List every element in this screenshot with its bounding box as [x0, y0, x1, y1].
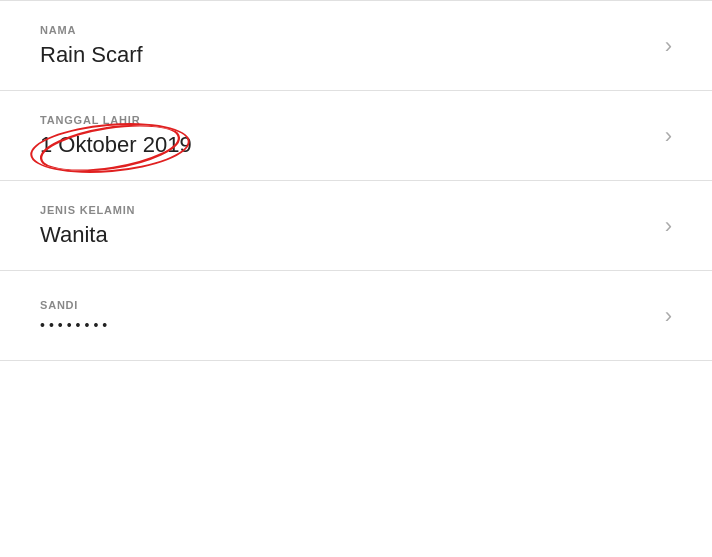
sandi-label: SANDI [40, 299, 111, 311]
nama-item[interactable]: NAMA Rain Scarf › [0, 1, 712, 91]
jenis-kelamin-value: Wanita [40, 222, 135, 248]
tanggal-lahir-label: TANGGAL LAHIR [40, 114, 192, 126]
tanggal-lahir-content: TANGGAL LAHIR 1 Oktober 2019 [40, 114, 192, 158]
nama-chevron: › [665, 33, 672, 59]
jenis-kelamin-label: JENIS KELAMIN [40, 204, 135, 216]
nama-label: NAMA [40, 24, 143, 36]
sandi-chevron: › [665, 303, 672, 329]
sandi-value: •••••••• [40, 317, 111, 333]
nama-value: Rain Scarf [40, 42, 143, 68]
sandi-item[interactable]: SANDI •••••••• › [0, 271, 712, 361]
tanggal-lahir-value: 1 Oktober 2019 [40, 132, 192, 157]
tanggal-lahir-item[interactable]: TANGGAL LAHIR 1 Oktober 2019 › [0, 91, 712, 181]
jenis-kelamin-item[interactable]: JENIS KELAMIN Wanita › [0, 181, 712, 271]
profile-form: NAMA Rain Scarf › TANGGAL LAHIR 1 Oktobe… [0, 0, 712, 557]
jenis-kelamin-content: JENIS KELAMIN Wanita [40, 204, 135, 248]
tanggal-lahir-chevron: › [665, 123, 672, 149]
jenis-kelamin-chevron: › [665, 213, 672, 239]
nama-content: NAMA Rain Scarf [40, 24, 143, 68]
date-value-wrapper: 1 Oktober 2019 [40, 132, 192, 158]
sandi-content: SANDI •••••••• [40, 299, 111, 333]
